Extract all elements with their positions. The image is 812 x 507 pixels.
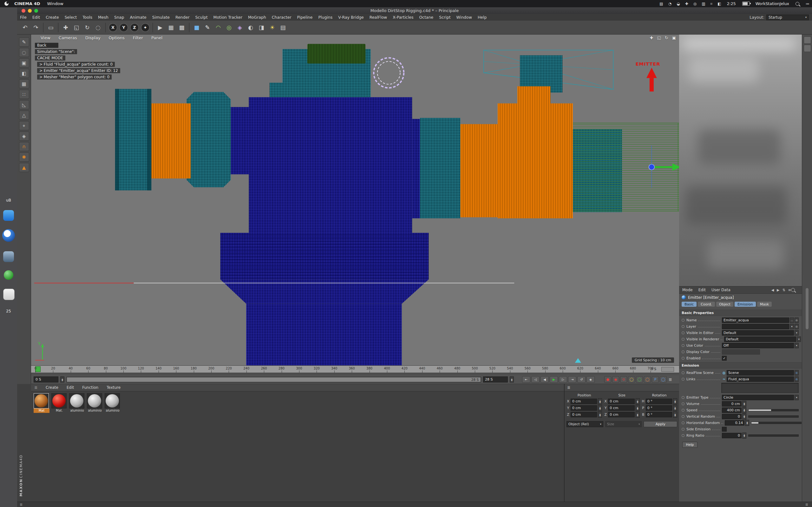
render-view-button[interactable]: ▶ [155,22,165,33]
material-thumb[interactable] [51,393,67,408]
scene-link-icon[interactable]: ◎ [795,377,799,382]
animation-dot[interactable] [681,338,684,341]
animation-dot[interactable] [681,409,684,412]
checkbox-side-emission[interactable] [722,427,727,432]
last-used-tool[interactable]: ◌ [93,22,103,33]
number-stepper[interactable]: ▲▼ [745,420,749,426]
add-cube-button[interactable]: ■ [191,22,202,33]
timeline-end-field[interactable]: 28 S [483,377,508,383]
modebar-icon-2[interactable]: ▶ [777,288,779,292]
coordinate-value-field[interactable]: 0 cm [608,405,635,411]
material-menu-texture[interactable]: Texture [107,385,120,390]
coordinate-stepper[interactable]: ▲▼ [636,412,640,418]
texture-mode[interactable]: ◧ [19,69,29,78]
add-field-button[interactable]: ◐ [245,22,256,33]
help-button[interactable]: Help [682,442,698,448]
attribute-menu-edit[interactable]: Edit [699,288,706,292]
scene-link-icon[interactable]: ◎ [795,370,799,376]
menu-item-octane[interactable]: Octane [416,15,436,20]
rectangle-selection-tool[interactable]: ▭ [45,22,56,33]
redo-button[interactable]: ↷ [31,22,41,33]
dropdown-visible-in-editor[interactable]: Default [722,330,794,336]
coordinate-stepper[interactable]: ▲▼ [673,398,677,404]
macos-status-icon-5[interactable]: ◎ [693,2,697,6]
tab-mask[interactable]: Mask [757,302,772,307]
material-item-mat[interactable]: Mat. [51,393,67,413]
material-menu-edit[interactable]: Edit [67,385,74,390]
macos-status-icon-2[interactable]: ◔ [668,2,671,6]
viewport[interactable]: EMITTER Y ViewCamerasDisplayOptionsFilte… [31,35,679,365]
animation-dot[interactable] [681,372,684,374]
record-active-objects-button[interactable]: ● [604,376,611,383]
bottom-right-grip-icon[interactable]: ≣ [805,503,808,507]
dock-app-icon-2[interactable] [3,251,14,262]
dropdown-arrow-icon[interactable]: ▾ [795,330,799,336]
link-field-layer[interactable] [722,324,789,329]
coordinate-value-field[interactable]: 0 cm [571,399,597,404]
attribute-search-icon[interactable] [791,288,795,292]
viewport-canvas[interactable]: EMITTER Y [31,35,679,365]
viewport-menu-panel[interactable]: Panel [151,36,162,40]
lock-y-axis[interactable]: Y [119,23,128,32]
size-mode-dropdown[interactable]: Size▾ [605,421,642,427]
dropdown-visible-in-renderer[interactable]: Default [724,337,796,342]
material-menu-create[interactable]: Create [46,385,58,390]
animation-dot[interactable] [681,378,684,381]
viewport-menu-cameras[interactable]: Cameras [59,36,77,40]
ruler-mini-box[interactable] [661,367,674,372]
animation-dot[interactable] [681,331,684,334]
keyframe-pla-toggle[interactable]: ◯ [660,376,667,383]
dropdown-arrow-icon[interactable]: ▾ [797,337,801,342]
viewport-menu-options[interactable]: Options [109,36,125,40]
modebar-icon-3[interactable]: ⇅ [782,288,785,292]
add-camera-button[interactable]: ◨ [256,22,267,33]
polygons-mode[interactable]: △ [19,111,29,120]
material-thumb[interactable] [34,393,49,408]
next-frame-button[interactable]: ▷ [559,376,567,383]
slider-speed[interactable] [748,409,799,411]
object-manager-blurred[interactable] [679,35,802,286]
menu-item-file[interactable]: File [17,15,30,20]
dropdown-arrow-icon[interactable]: ▾ [790,324,794,329]
animation-dot[interactable] [681,396,684,399]
animation-dot[interactable] [681,357,684,360]
dock-app-icon-3[interactable] [4,270,13,280]
sound-button[interactable]: ◈ [587,376,595,383]
macos-status-icon-3[interactable]: ◒ [676,2,680,6]
animation-dot[interactable] [681,350,684,353]
menu-item-x-particles[interactable]: X-Particles [390,15,416,20]
macos-app-name[interactable]: CINEMA 4D [14,1,40,6]
keyframe-scale-toggle[interactable]: ◯ [636,376,643,383]
material-item-mat[interactable]: Mat [34,393,49,413]
soft-selection-tool[interactable]: ◌ [19,48,29,57]
animation-dot[interactable] [681,415,684,418]
number-stepper[interactable]: ▲▼ [742,413,746,419]
attribute-object-title-row[interactable]: Emitter [Emitter_acqua] [679,294,802,301]
coordinate-value-field[interactable]: 0 ° [646,412,672,417]
animation-dot[interactable] [681,319,684,322]
macos-workstation-label[interactable]: WorkStationJelux [756,1,789,6]
attribute-menu-mode[interactable]: Mode [682,288,693,292]
move-tool[interactable]: ✚ [60,22,71,33]
menu-item-pipeline[interactable]: Pipeline [294,15,316,20]
goto-end-button[interactable]: ⇥ [568,376,576,383]
animation-dot[interactable] [681,402,684,405]
macos-menu-window[interactable]: Window [47,1,63,6]
object-axis-mode[interactable]: ⌖ [19,121,29,130]
menu-item-tools[interactable]: Tools [80,15,95,20]
previous-key-button[interactable]: ◁ [531,376,540,383]
number-stepper[interactable]: ▲▼ [742,433,746,439]
sculpt-brush-tool[interactable]: ✎ [19,38,29,47]
add-generator-button[interactable]: ◎ [223,22,235,33]
scale-tool[interactable]: ◱ [71,22,82,33]
coordinate-value-field[interactable]: 0 cm [571,405,597,411]
viewport-back-button[interactable]: Back [35,43,58,48]
menu-item-plugins[interactable]: Plugins [315,15,335,20]
dropdown-emitter-type[interactable]: Circle [722,395,794,400]
menu-item-window[interactable]: Window [454,15,475,20]
render-picture-viewer-button[interactable]: ▦ [165,22,176,33]
animation-dot[interactable] [681,325,684,328]
keyframe-position-toggle[interactable]: ◯ [628,376,635,383]
add-light-button[interactable]: ☀ [267,22,277,33]
number-field-horizontal-random[interactable]: 0.14 [725,420,745,426]
